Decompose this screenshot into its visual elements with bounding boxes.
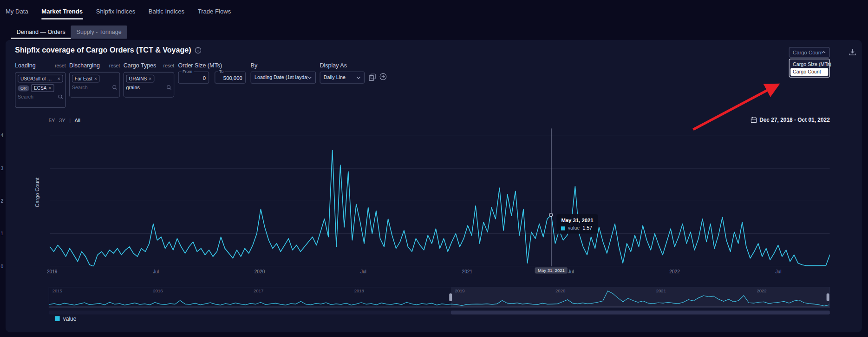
copy-chart-button[interactable]: [369, 73, 376, 80]
tag-label: USG/Gulf of Me...: [20, 76, 56, 81]
crosshair-line: [551, 128, 552, 266]
by-select[interactable]: Loading Date (1st layday): [251, 72, 316, 84]
x-axis-ticks: 2019Jul2020Jul2021Jul2022Jul: [50, 269, 830, 276]
cargo-types-reset-link[interactable]: reset: [163, 63, 174, 69]
to-label: To: [218, 69, 224, 74]
brush-handle-right[interactable]: [827, 293, 829, 301]
navigator-brush-selection[interactable]: [451, 287, 829, 307]
navigator-scrollbar[interactable]: [49, 311, 830, 314]
loading-reset-link[interactable]: reset: [55, 63, 66, 69]
remove-tag-icon[interactable]: ×: [48, 86, 51, 91]
chevron-down-icon: [356, 76, 361, 79]
or-operator-badge: OR: [18, 85, 29, 91]
search-icon: [58, 94, 63, 100]
chevron-down-icon: [308, 76, 312, 79]
metric-dropdown-menu: Cargo Size (MTs) Cargo Count: [789, 59, 830, 78]
app-window: My Data Market Trends Shipfix Indices Ba…: [0, 0, 868, 337]
date-range-picker[interactable]: Dec 27, 2018 - Oct 01, 2022: [751, 117, 830, 123]
discharging-reset-link[interactable]: reset: [109, 63, 120, 69]
cargo-types-filter-box[interactable]: GRAINS ×: [124, 72, 175, 98]
y-axis-tick: 0: [1, 264, 4, 269]
nav-item-baltic-indices[interactable]: Baltic Indices: [149, 8, 184, 14]
discharging-tag-far-east[interactable]: Far East ×: [72, 75, 100, 83]
menu-item-cargo-count[interactable]: Cargo Count: [790, 68, 828, 76]
y-axis-title: Cargo Count: [34, 178, 40, 207]
cargo-types-search-input[interactable]: [126, 85, 165, 90]
from-label: From: [182, 69, 194, 74]
date-range-text: Dec 27, 2018 - Oct 01, 2022: [759, 117, 830, 123]
nav-item-my-data[interactable]: My Data: [6, 8, 28, 14]
chart-panel: Shipfix coverage of Cargo Orders (TCT & …: [6, 40, 862, 332]
order-size-from-field[interactable]: From: [178, 72, 209, 84]
range-divider: |: [69, 118, 71, 124]
cargo-types-label: Cargo Types: [124, 62, 157, 68]
x-axis-tick: Jul: [568, 269, 574, 275]
navigator-year-label: 2016: [153, 289, 163, 294]
x-axis-tick: Jul: [775, 269, 781, 275]
nav-item-trade-flows[interactable]: Trade Flows: [198, 8, 231, 14]
tab-supply-tonnage[interactable]: Supply - Tonnage: [71, 26, 127, 39]
order-size-to-field[interactable]: To: [215, 72, 246, 84]
hover-point-marker: [549, 213, 553, 217]
tooltip-value: 1.57: [582, 225, 592, 231]
range-3y-button[interactable]: 3Y: [59, 118, 65, 124]
copy-icon: [369, 73, 376, 80]
display-as-label: Display As: [320, 62, 347, 68]
loading-search-input[interactable]: [18, 94, 56, 100]
y-axis-tick: 2: [1, 198, 4, 204]
discharging-label: Discharging: [69, 62, 100, 68]
legend-swatch: [55, 316, 60, 321]
open-chart-button[interactable]: [379, 73, 386, 80]
tooltip-date: May 31, 2021: [561, 217, 593, 223]
navigator-year-label: 2018: [354, 289, 364, 294]
main-nav: My Data Market Trends Shipfix Indices Ba…: [6, 0, 231, 22]
by-select-value: Loading Date (1st layday): [255, 75, 308, 80]
y-axis-tick: 1: [1, 231, 4, 237]
tooltip-series-swatch: [561, 226, 565, 230]
discharging-search-input[interactable]: [72, 85, 111, 90]
loading-tag-ecsa[interactable]: ECSA ×: [31, 84, 54, 92]
cargo-types-tag-grains[interactable]: GRAINS ×: [126, 75, 155, 83]
navigator-year-label: 2017: [254, 289, 263, 294]
download-button[interactable]: [848, 47, 857, 57]
nav-item-market-trends[interactable]: Market Trends: [41, 8, 83, 14]
x-axis-tick: 2021: [462, 269, 473, 275]
loading-tag-usg[interactable]: USG/Gulf of Me... ×: [18, 75, 63, 83]
loading-filter-box[interactable]: USG/Gulf of Me... × OR ECSA ×: [15, 72, 66, 108]
y-axis-ticks: 01234: [0, 136, 3, 266]
page-title: Shipfix coverage of Cargo Orders (TCT & …: [15, 46, 191, 54]
chart-navigator[interactable]: 20152016201720182019202020212022: [49, 287, 830, 308]
loading-label: Loading: [15, 62, 36, 68]
tab-demand-orders[interactable]: Demand — Orders: [11, 26, 71, 39]
sub-tabs: Demand — Orders Supply - Tonnage: [11, 26, 127, 39]
download-icon: [848, 48, 856, 56]
x-axis-tick: 2020: [255, 269, 265, 275]
remove-tag-icon[interactable]: ×: [149, 76, 151, 81]
order-size-label: Order Size (MTs): [178, 62, 222, 68]
range-5y-button[interactable]: 5Y: [49, 118, 55, 124]
by-label: By: [251, 62, 258, 68]
nav-item-shipfix-indices[interactable]: Shipfix Indices: [96, 8, 136, 14]
arrow-circle-icon: [379, 73, 386, 80]
legend-item-value[interactable]: value: [55, 316, 76, 322]
scrollbar-thumb[interactable]: [451, 311, 830, 314]
x-axis-tick: Jul: [360, 269, 366, 275]
brush-handle-left[interactable]: [449, 293, 452, 301]
display-as-select[interactable]: Daily Line: [320, 72, 365, 84]
menu-item-cargo-size[interactable]: Cargo Size (MTs): [790, 60, 828, 68]
navigator-year-label: 2015: [52, 289, 62, 294]
range-selector: 5Y 3Y | All: [49, 118, 80, 124]
x-axis-tick: 2019: [47, 269, 58, 275]
discharging-filter-box[interactable]: Far East ×: [69, 72, 120, 98]
x-axis-tick: 2022: [669, 269, 680, 275]
range-all-button[interactable]: All: [74, 118, 80, 124]
y-axis-tick: 4: [1, 133, 4, 139]
chevron-up-icon: [822, 51, 826, 54]
main-chart-svg: [50, 136, 830, 266]
main-chart[interactable]: May 31, 2021 value 1.57 May 31, 2021: [50, 136, 830, 266]
metric-select[interactable]: Cargo Count: [789, 47, 830, 58]
info-icon[interactable]: [195, 47, 201, 53]
search-icon: [112, 85, 117, 90]
remove-tag-icon[interactable]: ×: [94, 76, 97, 81]
remove-tag-icon[interactable]: ×: [58, 76, 60, 81]
